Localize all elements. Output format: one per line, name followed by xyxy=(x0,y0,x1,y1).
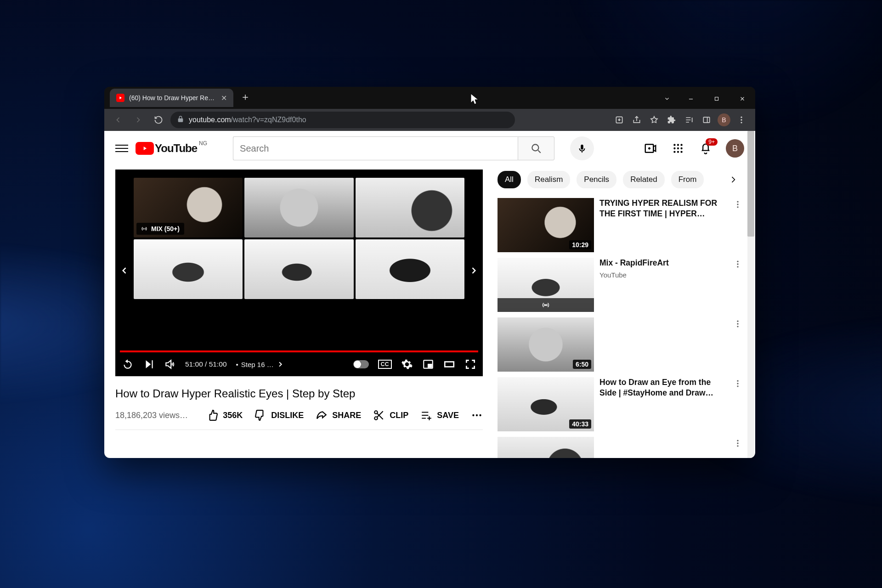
extensions-icon[interactable] xyxy=(663,112,680,128)
filter-chip[interactable]: From xyxy=(671,171,704,188)
window-minimize-button[interactable] xyxy=(678,89,704,109)
more-actions-button[interactable] xyxy=(471,409,483,421)
autoplay-toggle[interactable]: ❚❚ xyxy=(353,360,369,368)
recommendation-menu-button[interactable] xyxy=(731,437,744,458)
apps-button[interactable] xyxy=(671,141,685,156)
browser-menu-button[interactable] xyxy=(733,112,750,128)
svg-point-6 xyxy=(532,144,538,151)
scissors-icon xyxy=(373,409,385,421)
recommendation-menu-button[interactable] xyxy=(731,258,744,312)
settings-button[interactable] xyxy=(401,358,413,370)
recommendation-item[interactable]: 40:33How to Draw an Eye from the Side | … xyxy=(498,377,744,431)
nav-back-button[interactable] xyxy=(110,112,126,128)
share-button[interactable]: SHARE xyxy=(316,409,361,421)
window-close-button[interactable] xyxy=(729,89,755,109)
end-card[interactable] xyxy=(356,178,464,237)
page-scrollbar-thumb[interactable] xyxy=(747,131,754,237)
nav-forward-button[interactable] xyxy=(130,112,147,128)
save-button[interactable]: SAVE xyxy=(420,409,459,421)
svg-point-38 xyxy=(737,385,738,387)
window-maximize-button[interactable] xyxy=(704,89,729,109)
end-screen-grid: MIX (50+) xyxy=(134,178,464,299)
install-app-icon[interactable] xyxy=(611,112,628,128)
tab-search-button[interactable] xyxy=(656,89,678,109)
search-input[interactable] xyxy=(233,136,518,160)
profile-button[interactable]: B xyxy=(716,112,732,128)
clip-button[interactable]: CLIP xyxy=(373,409,408,421)
nav-reload-button[interactable] xyxy=(150,112,167,128)
address-bar[interactable]: youtube.com/watch?v=zqNZ9df0tho xyxy=(170,112,515,128)
recommendation-title: TRYING HYPER REALISM FOR THE FIRST TIME … xyxy=(599,198,723,219)
next-button[interactable] xyxy=(143,358,155,370)
volume-button[interactable] xyxy=(164,358,176,370)
youtube-logo[interactable]: YouTube NG xyxy=(136,142,197,155)
recommendation-item[interactable]: 6:50 xyxy=(498,317,744,372)
filter-chip[interactable]: Realism xyxy=(527,171,570,188)
filter-chip[interactable]: Pencils xyxy=(577,171,616,188)
end-card[interactable] xyxy=(134,239,243,299)
reading-list-icon[interactable] xyxy=(681,112,697,128)
svg-point-34 xyxy=(737,323,738,324)
filter-chip[interactable]: Related xyxy=(623,171,665,188)
like-button[interactable]: 356K xyxy=(206,409,243,421)
end-card[interactable] xyxy=(244,178,353,237)
youtube-favicon xyxy=(116,94,124,102)
svg-point-14 xyxy=(673,151,675,153)
new-tab-button[interactable]: ＋ xyxy=(238,90,253,104)
chips-next-button[interactable] xyxy=(722,170,744,190)
sidepanel-icon[interactable] xyxy=(698,112,715,128)
fullscreen-button[interactable] xyxy=(464,358,476,370)
recommendation-thumbnail[interactable]: 40:33 xyxy=(498,377,594,431)
end-screen-prev[interactable] xyxy=(118,260,131,281)
recommendation-thumbnail[interactable]: 6:50 xyxy=(498,317,594,372)
end-card[interactable] xyxy=(244,239,353,299)
recommendation-menu-button[interactable] xyxy=(731,198,744,252)
recommendation-thumbnail[interactable] xyxy=(498,437,594,458)
broadcast-icon xyxy=(141,226,147,232)
create-icon xyxy=(644,141,657,155)
theater-button[interactable] xyxy=(443,358,455,370)
filter-chip[interactable]: All xyxy=(498,171,521,188)
window-controls xyxy=(656,89,755,109)
mix-badge: MIX (50+) xyxy=(136,223,184,235)
bookmark-star-icon[interactable] xyxy=(646,112,662,128)
notification-badge: 9+ xyxy=(706,138,718,146)
recommendation-thumbnail[interactable]: 10:29 xyxy=(498,198,594,252)
recommendation-item[interactable] xyxy=(498,437,744,458)
recommendation-menu-button[interactable] xyxy=(731,317,744,372)
svg-point-23 xyxy=(472,414,474,416)
notifications-button[interactable]: 9+ xyxy=(698,141,713,156)
broadcast-icon xyxy=(542,301,550,309)
create-button[interactable] xyxy=(643,141,658,156)
header-actions: 9+ B xyxy=(643,139,744,158)
share-page-icon[interactable] xyxy=(628,112,645,128)
svg-point-28 xyxy=(737,206,738,208)
recommendation-item[interactable]: Mix - RapidFireArtYouTube xyxy=(498,258,744,312)
svg-point-40 xyxy=(737,442,738,444)
account-avatar[interactable]: B xyxy=(726,139,744,158)
duration-badge: 6:50 xyxy=(573,360,591,369)
captions-button[interactable]: CC xyxy=(378,360,392,369)
chapter-button[interactable]: • Step 16 … xyxy=(236,361,284,368)
end-card[interactable] xyxy=(356,239,464,299)
svg-rect-20 xyxy=(445,362,454,367)
guide-menu-button[interactable] xyxy=(115,142,128,155)
microphone-icon xyxy=(577,143,587,153)
end-card[interactable]: MIX (50+) xyxy=(134,178,243,237)
dislike-button[interactable]: DISLIKE xyxy=(254,409,304,421)
more-vert-icon xyxy=(733,379,742,388)
voice-search-button[interactable] xyxy=(570,136,594,160)
recommendation-item[interactable]: 10:29TRYING HYPER REALISM FOR THE FIRST … xyxy=(498,198,744,252)
search-button[interactable] xyxy=(518,136,554,160)
more-vert-icon xyxy=(733,439,742,448)
recommendation-info: How to Draw an Eye from the Side | #Stay… xyxy=(599,377,726,431)
recommendation-menu-button[interactable] xyxy=(731,377,744,431)
tab-close-icon[interactable]: ✕ xyxy=(221,94,227,102)
replay-button[interactable] xyxy=(122,358,134,370)
miniplayer-button[interactable] xyxy=(422,358,434,370)
browser-tab[interactable]: (60) How to Draw Hyper Realistic ✕ xyxy=(110,89,233,107)
end-screen-next[interactable] xyxy=(467,260,480,281)
chevron-right-icon xyxy=(277,361,284,368)
recommendation-thumbnail[interactable] xyxy=(498,258,594,312)
video-player[interactable]: MIX (50+) xyxy=(115,170,483,376)
